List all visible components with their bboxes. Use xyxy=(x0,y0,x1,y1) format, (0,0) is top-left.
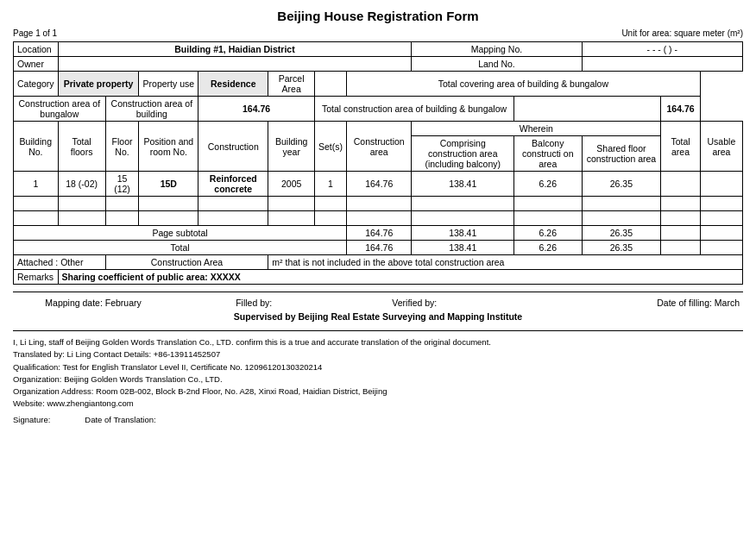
translator-line5: Organization Address: Room 02B-002, Bloc… xyxy=(13,386,743,398)
th-building-no: Building No. xyxy=(14,122,59,172)
total-usable-area xyxy=(700,241,742,255)
property-use-value: Residence xyxy=(198,72,268,97)
property-use-label: Property use xyxy=(139,72,198,97)
th-construction: Construction xyxy=(198,122,268,172)
th-wherein: Wherein xyxy=(412,122,661,136)
location-label: Location xyxy=(14,42,59,57)
cell-balcony: 6.26 xyxy=(514,172,582,197)
attached-row: Attached : Other Construction Area m² th… xyxy=(14,255,743,270)
subtotal-comprising: 138.41 xyxy=(412,226,514,241)
total-row: Total 164.76 138.41 6.26 26.35 xyxy=(14,241,743,255)
remarks-value: Sharing coefficient of public area: XXXX… xyxy=(58,270,742,285)
th-total-floors: Total floors xyxy=(58,122,105,172)
table-row: 1 18 (-02) 15 (12) 15D Reinforced concre… xyxy=(14,172,743,197)
total-label: Total xyxy=(14,241,347,255)
translator-line6: Website: www.zhengiantong.com xyxy=(13,398,743,410)
empty-row-2 xyxy=(14,211,743,226)
cell-total-floors: 18 (-02) xyxy=(58,172,105,197)
mapping-date: Mapping date: February xyxy=(13,296,173,310)
cell-construction: Reinforced concrete xyxy=(198,172,268,197)
subtotal-usable-area xyxy=(700,226,742,241)
cell-building-year: 2005 xyxy=(268,172,315,197)
subtotal-total-area xyxy=(661,226,700,241)
cell-building-no: 1 xyxy=(14,172,59,197)
parcel-area-value xyxy=(314,72,346,97)
owner-label: Owner xyxy=(14,57,59,72)
total-construction-label: Total construction area of building & bu… xyxy=(314,97,513,122)
attached-construction-area-label: Construction Area xyxy=(105,255,268,270)
cell-floor-no: 15 (12) xyxy=(105,172,139,197)
filled-by: Filled by: xyxy=(173,296,334,310)
th-usable-area: Usable area xyxy=(700,122,742,172)
bungalow-label: Construction area of bungalow xyxy=(14,97,106,122)
total-construction-area: 164.76 xyxy=(347,241,412,255)
page-subtotal-row: Page subtotal 164.76 138.41 6.26 26.35 xyxy=(14,226,743,241)
mapping-no-label: Mapping No. xyxy=(412,42,582,57)
location-value: Building #1, Haidian District xyxy=(58,42,412,57)
empty-row-1 xyxy=(14,197,743,211)
cell-sets: 1 xyxy=(314,172,346,197)
cell-construction-area: 164.76 xyxy=(347,172,412,197)
total-shared-floor: 26.35 xyxy=(582,241,661,255)
th-total-area: Total area xyxy=(661,122,700,172)
cell-position-room: 15D xyxy=(139,172,198,197)
th-sets: Set(s) xyxy=(314,122,346,172)
owner-value xyxy=(58,57,412,72)
attached-description: m² that is not included in the above tot… xyxy=(268,255,743,270)
land-no-value xyxy=(582,57,742,72)
total-covering-label: Total covering area of building & bungal… xyxy=(347,72,701,97)
parcel-area-label: Parcel Area xyxy=(268,72,315,97)
translator-line3: Qualification: Test for English Translat… xyxy=(13,361,743,373)
unit-info: Unit for area: square meter (m²) xyxy=(621,28,743,38)
mapping-no-value: - - - ( ) - xyxy=(582,42,742,57)
page-subtotal-label: Page subtotal xyxy=(14,226,347,241)
cell-comprising: 138.41 xyxy=(412,172,514,197)
total-construction-value2: 164.76 xyxy=(661,97,700,122)
translator-line4: Organization: Beijing Golden Words Trans… xyxy=(13,373,743,386)
th-comprising: Comprising construction area (including … xyxy=(412,136,514,172)
total-balcony: 6.26 xyxy=(514,241,582,255)
private-property: Private property xyxy=(58,72,139,97)
translator-line1: I, Li Ling, staff of Beijing Golden Word… xyxy=(13,336,743,348)
th-construction-area: Construction area xyxy=(347,122,412,172)
total-comprising: 138.41 xyxy=(412,241,514,255)
category-label: Category xyxy=(14,72,59,97)
verified-by: Verified by: xyxy=(334,296,495,310)
th-floor-no: Floor No. xyxy=(105,122,139,172)
th-building-year: Building year xyxy=(268,122,315,172)
subtotal-construction-area: 164.76 xyxy=(347,226,412,241)
cell-usable-area xyxy=(700,172,742,197)
th-balcony: Balcony constructi on area xyxy=(514,136,582,172)
date-of-filling: Date of filling: March xyxy=(495,296,743,310)
th-position-room: Position and room No. xyxy=(139,122,198,172)
supervised-line: Supervised by Beijing Real Estate Survey… xyxy=(13,311,743,322)
page-title: Beijing House Registration Form xyxy=(13,9,743,23)
th-shared-floor: Shared floor construction area xyxy=(582,136,661,172)
total-total-area xyxy=(661,241,700,255)
subtotal-balcony: 6.26 xyxy=(514,226,582,241)
signature-label: Signature: xyxy=(13,414,50,426)
total-construction-value xyxy=(514,97,661,122)
page-info: Page 1 of 1 xyxy=(13,28,57,38)
building-construction-value: 164.76 xyxy=(198,97,315,122)
remarks-label: Remarks xyxy=(14,270,59,285)
land-no-label: Land No. xyxy=(412,57,582,72)
remarks-row: Remarks Sharing coefficient of public ar… xyxy=(14,270,743,285)
cell-total-area xyxy=(661,172,700,197)
date-of-translation-label: Date of Translation: xyxy=(85,414,155,426)
attached-label: Attached : Other xyxy=(14,255,106,270)
building-construction-label: Construction area of building xyxy=(105,97,198,122)
cell-shared-floor: 26.35 xyxy=(582,172,661,197)
subtotal-shared-floor: 26.35 xyxy=(582,226,661,241)
translator-line2: Translated by: Li Ling Contact Details: … xyxy=(13,348,743,361)
